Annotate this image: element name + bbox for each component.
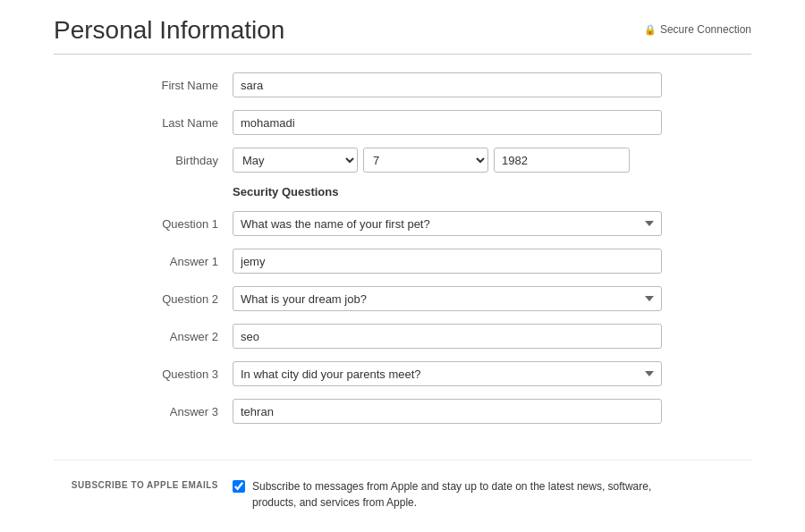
page-container: Personal Information 🔒 Secure Connection… [0, 0, 805, 519]
answer2-row: Answer 2 [54, 324, 751, 349]
security-heading-row: Security Questions [54, 185, 751, 198]
subscribe-checkbox[interactable] [233, 480, 245, 493]
answer1-row: Answer 1 [54, 249, 751, 274]
question1-label: Question 1 [54, 217, 233, 231]
question3-label: Question 3 [54, 367, 233, 381]
last-name-label: Last Name [54, 116, 233, 130]
answer1-input[interactable] [233, 249, 662, 274]
first-name-input[interactable] [233, 72, 662, 97]
form-section: First Name Last Name Birthday January Fe… [54, 55, 751, 454]
answer3-input[interactable] [233, 399, 662, 424]
answer2-label: Answer 2 [54, 330, 233, 343]
subscribe-content: Subscribe to messages from Apple and sta… [233, 478, 662, 511]
last-name-row: Last Name [54, 110, 751, 135]
page-header: Personal Information 🔒 Secure Connection [54, 0, 751, 55]
birthday-year-input[interactable] [494, 148, 630, 173]
question2-row: Question 2 What was the name of your fir… [54, 286, 751, 311]
answer3-label: Answer 3 [54, 405, 233, 418]
birthday-day-select[interactable]: 1 2 3 4 5 6 7 8 9 10 11 12 13 14 15 16 1 [363, 148, 488, 173]
first-name-label: First Name [54, 79, 233, 92]
security-section: Security Questions Question 1 What was t… [54, 185, 751, 424]
last-name-input[interactable] [233, 110, 662, 135]
birthday-inputs: January February March April May June Ju… [233, 148, 630, 173]
lock-icon: 🔒 [644, 24, 657, 36]
question3-row: Question 3 What was the name of your fir… [54, 361, 751, 386]
security-heading: Security Questions [233, 185, 338, 198]
question2-label: Question 2 [54, 292, 233, 306]
answer1-label: Answer 1 [54, 255, 233, 268]
page-title: Personal Information [54, 16, 284, 45]
subscribe-section: SUBSCRIBE TO APPLE EMAILS Subscribe to m… [54, 460, 751, 519]
secure-connection-label: Secure Connection [660, 23, 751, 36]
birthday-label: Birthday [54, 154, 233, 167]
question2-select[interactable]: What was the name of your first pet? Wha… [233, 286, 662, 311]
secure-connection: 🔒 Secure Connection [644, 16, 751, 36]
subscribe-label: SUBSCRIBE TO APPLE EMAILS [54, 478, 233, 490]
subscribe-text: Subscribe to messages from Apple and sta… [252, 478, 662, 511]
birthday-month-select[interactable]: January February March April May June Ju… [233, 148, 358, 173]
question3-select[interactable]: What was the name of your first pet? Wha… [233, 361, 662, 386]
question1-select[interactable]: What was the name of your first pet? Wha… [233, 211, 662, 236]
answer2-input[interactable] [233, 324, 662, 349]
question1-row: Question 1 What was the name of your fir… [54, 211, 751, 236]
first-name-row: First Name [54, 72, 751, 97]
answer3-row: Answer 3 [54, 399, 751, 424]
birthday-row: Birthday January February March April Ma… [54, 148, 751, 173]
